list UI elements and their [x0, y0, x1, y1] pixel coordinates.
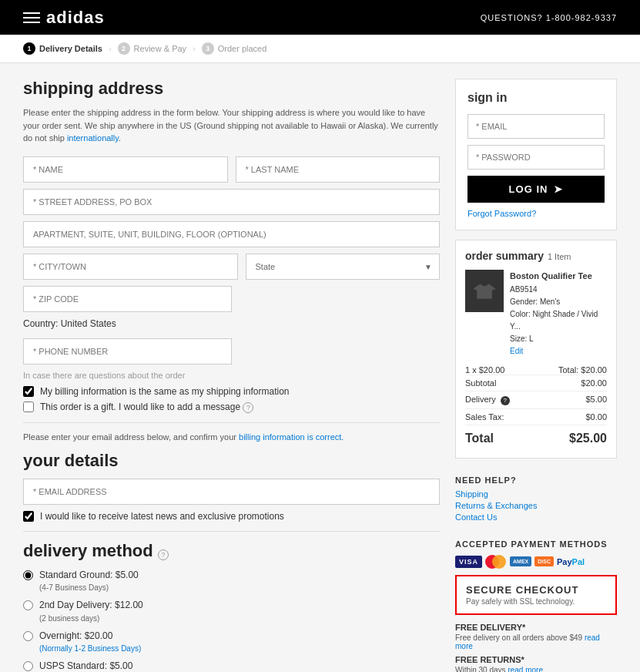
apt-input[interactable]	[23, 221, 440, 247]
summary-total: Total $25.00	[465, 425, 607, 449]
contact-help-link[interactable]: Contact Us	[455, 512, 617, 522]
header-phone: QUESTIONS? 1-800-982-9337	[481, 13, 617, 22]
tax-value: $0.00	[585, 412, 607, 422]
summary-delivery: Delivery ? $5.00	[465, 391, 607, 408]
billing-same-row: My billing information is the same as my…	[23, 386, 440, 397]
internationally-link[interactable]: internationally	[67, 133, 119, 143]
divider-1	[23, 422, 440, 423]
step-num-3: 3	[202, 42, 214, 55]
product-name: Boston Qualifier Tee	[510, 270, 607, 284]
login-button[interactable]: LOG IN ➤	[467, 176, 605, 203]
billing-same-label: My billing information is the same as my…	[40, 386, 289, 397]
last-name-input[interactable]	[236, 156, 441, 183]
billing-info-link[interactable]: billing information is correct.	[239, 432, 343, 442]
returns-help-link[interactable]: Returns & Exchanges	[455, 501, 617, 510]
signin-title: sign in	[467, 91, 605, 105]
zip-input[interactable]	[23, 286, 232, 312]
your-details-title: your details	[23, 451, 440, 471]
need-help-section: NEED HELP? Shipping Returns & Exchanges …	[455, 468, 617, 532]
country-label: Country:	[23, 318, 58, 329]
free-delivery-title: FREE DELIVERY*	[455, 623, 617, 632]
gift-label: This order is a gift. I would like to ad…	[40, 402, 253, 413]
free-returns-text: Within 30 days read more	[455, 666, 617, 672]
product-edit-link[interactable]: Edit	[510, 347, 523, 355]
city-state-row: State	[23, 254, 440, 280]
delivery-radio-overnight[interactable]	[23, 631, 33, 641]
product-size: Size: L	[510, 333, 607, 345]
brand-logo: adidas	[46, 8, 105, 28]
email-input[interactable]	[23, 479, 440, 505]
summary-subtotal: Subtotal $20.00	[465, 375, 607, 391]
order-summary-header: order summary 1 Item	[465, 250, 607, 262]
payment-icons: VISA AMEX DISC PayPal	[455, 555, 617, 569]
progress-sep-2: ›	[193, 44, 196, 53]
country-row: Country: United States	[23, 318, 440, 329]
paypal-icon: PayPal	[557, 557, 585, 566]
logo-area: adidas	[23, 8, 105, 28]
hamburger-menu[interactable]	[23, 12, 40, 23]
subtotal-label: Subtotal	[465, 378, 496, 388]
step-num-1: 1	[23, 42, 35, 55]
step-num-2: 2	[118, 42, 130, 55]
order-summary-title: order summary	[465, 250, 544, 262]
secure-checkout-title: SECURE CHECKOUT	[466, 584, 606, 596]
delivery-label-usps: USPS Standard: $5.00	[39, 660, 132, 671]
delivery-option-overnight: Overnight: $20.00 (Normally 1-2 Business…	[23, 630, 440, 656]
delivery-option-twoday: 2nd Day Delivery: $12.00 (2 business day…	[23, 599, 440, 625]
left-column: shipping address Please enter the shippi…	[23, 79, 440, 672]
delivery-help-icon-sum[interactable]: ?	[501, 396, 510, 405]
delivery-help-icon[interactable]: ?	[158, 549, 169, 560]
country-value: United States	[61, 318, 116, 329]
shipping-title: shipping address	[23, 79, 440, 99]
summary-tax: Sales Tax: $0.00	[465, 408, 607, 425]
progress-bar: 1 Delivery Details › 2 Review & Pay › 3 …	[0, 35, 640, 63]
delivery-title-row: delivery method ?	[23, 541, 440, 569]
free-returns-read-more[interactable]: read more	[508, 666, 543, 672]
shipping-description: Please enter the shipping address in the…	[23, 106, 440, 145]
step-label-3: Order placed	[218, 44, 267, 53]
billing-same-checkbox[interactable]	[23, 386, 34, 397]
product-sku: AB9514	[510, 284, 607, 296]
delivery-option-usps: USPS Standard: $5.00 (USPS Standard Ship…	[23, 660, 440, 672]
shipping-help-link[interactable]: Shipping	[455, 489, 617, 499]
visa-icon: VISA	[455, 556, 482, 568]
your-details-section: your details	[23, 451, 440, 471]
forgot-password-link[interactable]: Forgot Password?	[467, 209, 605, 218]
order-summary-box: order summary 1 Item Boston Qualifier Te…	[455, 240, 617, 459]
product-row: Boston Qualifier Tee AB9514 Gender: Men'…	[465, 270, 607, 358]
delivery-radio-twoday[interactable]	[23, 600, 33, 610]
delivery-label-sum: Delivery ?	[465, 395, 510, 405]
delivery-sub-twoday: (2 business days)	[39, 614, 99, 623]
newsletter-checkbox[interactable]	[23, 511, 34, 522]
phone-note: In case there are questions about the or…	[23, 371, 440, 380]
login-arrow-icon: ➤	[554, 183, 563, 195]
newsletter-row: I would like to receive latest news and …	[23, 511, 440, 522]
secure-checkout-box: SECURE CHECKOUT Pay safely with SSL tech…	[455, 575, 617, 615]
step-label-1: Delivery Details	[39, 44, 102, 53]
signin-password-input[interactable]	[467, 145, 605, 170]
divider-2	[23, 531, 440, 532]
signin-box: sign in LOG IN ➤ Forgot Password?	[455, 79, 617, 230]
product-quantity: 1 x $20.00	[465, 365, 504, 375]
delivery-radio-standard[interactable]	[23, 570, 33, 580]
product-image	[465, 270, 504, 312]
signin-email-input[interactable]	[467, 114, 605, 139]
free-returns-section: FREE RETURNS* Within 30 days read more	[455, 655, 617, 672]
city-input[interactable]	[23, 254, 238, 280]
phone-input[interactable]	[23, 338, 232, 365]
payment-section: ACCEPTED PAYMENT METHODS VISA AMEX DISC …	[455, 532, 617, 672]
product-total: Total: $20.00	[558, 365, 607, 375]
free-returns-title: FREE RETURNS*	[455, 655, 617, 664]
delivery-radio-usps[interactable]	[23, 661, 33, 671]
right-column: sign in LOG IN ➤ Forgot Password? order …	[455, 79, 617, 672]
main-container: shipping address Please enter the shippi…	[0, 63, 640, 672]
state-select[interactable]: State	[246, 254, 441, 280]
order-summary-count: 1 Item	[548, 252, 571, 261]
first-name-input[interactable]	[23, 156, 228, 183]
street-input[interactable]	[23, 189, 440, 215]
progress-step-1: 1 Delivery Details	[23, 42, 102, 55]
delivery-option-standard: Standard Ground: $5.00 (4-7 Business Day…	[23, 569, 440, 595]
gift-help-icon[interactable]: ?	[243, 402, 253, 413]
gift-checkbox[interactable]	[23, 402, 34, 412]
apt-row	[23, 221, 440, 247]
